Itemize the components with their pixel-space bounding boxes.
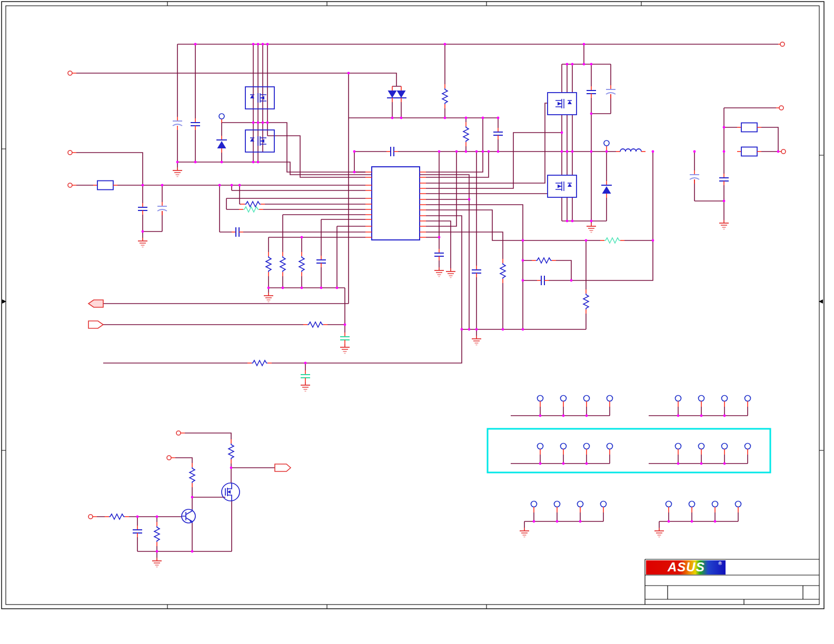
resistor (154, 522, 160, 546)
test-point-circles (219, 114, 609, 146)
ferrite-bead-resistor (600, 238, 624, 243)
asus-logo-reg: ® (718, 561, 722, 566)
port-arrow-left (88, 300, 103, 307)
connector-group-c2 (654, 501, 741, 537)
resistor (229, 439, 234, 464)
green-capacitor (301, 370, 310, 382)
mosfet-module-1 (245, 87, 274, 109)
port-arrow-output (275, 464, 291, 471)
npn-transistor (182, 509, 195, 523)
fuse-box (737, 123, 761, 132)
ground-symbols (138, 167, 729, 567)
capacitor (386, 147, 398, 156)
resistor (241, 202, 265, 207)
diode (216, 136, 227, 153)
port-arrow-right (88, 321, 103, 328)
resistor (105, 514, 129, 519)
ic-pins-right (420, 172, 426, 237)
connector-group-c1 (520, 501, 607, 537)
ferrite-bead-resistor (239, 207, 263, 212)
mosfet-module-2 (245, 130, 274, 152)
polarized-capacitor (173, 117, 182, 130)
capacitor (587, 86, 596, 98)
green-capacitor (340, 333, 350, 344)
frame-tick-marks (2, 2, 823, 609)
port-flags (88, 300, 291, 471)
wires-right-section (562, 64, 778, 223)
schematic-canvas: ASUS ® (0, 0, 834, 644)
connector-group-b1 (511, 444, 613, 465)
ic-pwm-controller (365, 167, 426, 240)
resistor (280, 252, 285, 276)
mosfet-module-4 (548, 175, 577, 197)
resistor (463, 122, 469, 146)
polarized-capacitor (157, 202, 167, 215)
sheet-frame (2, 2, 824, 609)
wires-bottom-left-section (97, 433, 275, 558)
resistor (500, 259, 505, 283)
polarized-capacitor (690, 170, 699, 184)
resistor (299, 252, 304, 276)
resistor (266, 252, 271, 276)
power-mosfet-circle (222, 483, 240, 501)
capacitor (138, 203, 147, 215)
capacitor (537, 276, 549, 285)
resistor (442, 84, 448, 108)
resistor (532, 258, 556, 263)
capacitor (133, 526, 142, 537)
connector-arrays (488, 396, 770, 537)
capacitor (493, 128, 503, 139)
resistor (247, 360, 272, 366)
connector-group-a2 (649, 396, 751, 417)
asus-logo-text: ASUS (667, 560, 705, 574)
title-block: ASUS ® (645, 559, 819, 605)
capacitor (232, 227, 243, 237)
polarized-capacitor (606, 85, 615, 98)
capacitor (434, 249, 444, 260)
capacitor (472, 266, 481, 277)
connector-group-b2 (649, 444, 751, 465)
capacitor (316, 256, 326, 267)
inductor (616, 149, 646, 152)
fuse-box (737, 147, 761, 156)
ic-pins-left (365, 172, 372, 237)
junction-dots (136, 43, 780, 553)
diode (601, 181, 612, 198)
cyan-highlight-box (488, 429, 770, 472)
mosfet-module-3 (548, 93, 577, 115)
resistor (190, 463, 195, 487)
connector-group-a1 (511, 396, 613, 417)
fuse-box (93, 181, 117, 190)
capacitor (191, 118, 200, 130)
resistor (583, 289, 589, 314)
resistor (303, 322, 327, 327)
schottky-diode-pair-right (396, 86, 406, 102)
schottky-diode-pair-left (387, 86, 398, 102)
capacitor (719, 174, 729, 185)
